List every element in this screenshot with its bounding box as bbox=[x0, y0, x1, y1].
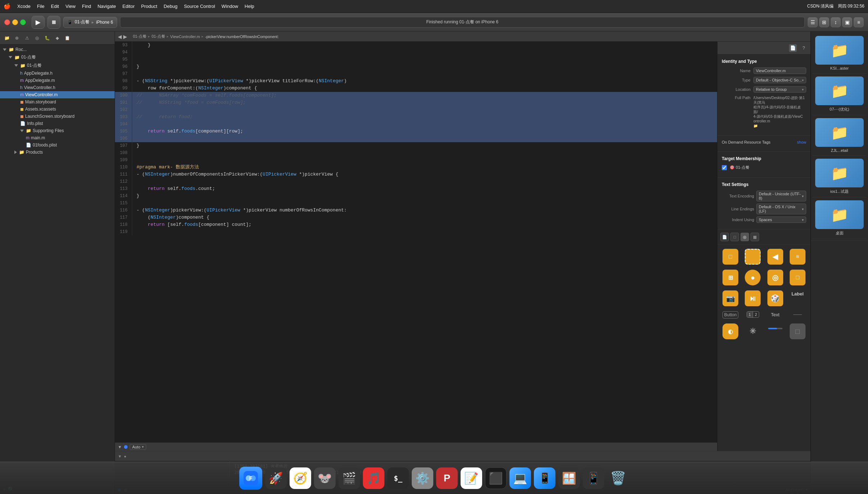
menu-source-control[interactable]: Source Control bbox=[184, 4, 215, 9]
navigator-toggle-button[interactable]: ☰ bbox=[808, 17, 818, 27]
right-folder-ios1[interactable]: 📁 ios1...试题 bbox=[812, 156, 867, 197]
nav-item-01-sub[interactable]: 📁 01-点餐 bbox=[0, 61, 115, 70]
dock-launchpad[interactable]: 🚀 bbox=[265, 467, 287, 489]
breadcrumb-part3[interactable]: ViewController.m bbox=[170, 34, 200, 39]
obj-item-grid[interactable]: ⊞ bbox=[720, 268, 740, 287]
obj-tab-circle[interactable]: ◎ bbox=[740, 233, 749, 241]
breadcrumb-part4[interactable]: -pickerView:numberOfRowsInComponent: bbox=[205, 34, 279, 39]
dock-notes[interactable]: 📝 bbox=[461, 467, 482, 489]
nav-item-products[interactable]: 📁 Products bbox=[0, 149, 115, 156]
dock-terminal[interactable]: $_ bbox=[387, 467, 409, 489]
obj-item-orange2[interactable] bbox=[743, 247, 763, 266]
text-encoding-value[interactable]: Default - Unicode (UTF-8) ▾ bbox=[756, 191, 806, 201]
nav-item-assets[interactable]: ◼ Assets.xcassets bbox=[0, 106, 115, 113]
inspector-tab-quick-help[interactable]: ? bbox=[800, 44, 808, 52]
indent-using-value[interactable]: Spaces ▾ bbox=[756, 216, 806, 223]
nav-item-appdelegate-m[interactable]: m AppDelegate.m bbox=[0, 77, 115, 84]
dock-prefs[interactable]: ⚙️ bbox=[412, 467, 433, 489]
split-editor-button[interactable]: ▣ bbox=[842, 17, 852, 27]
line-endings-value[interactable]: Default - OS X / Unix (LF) ▾ bbox=[756, 204, 806, 214]
nav-item-root[interactable]: 📁 Roc... bbox=[0, 46, 115, 53]
obj-item-back-button[interactable]: ◀ bbox=[765, 247, 785, 266]
maximize-button[interactable] bbox=[20, 19, 26, 25]
right-folder-07[interactable]: 📁 07-···(优化) bbox=[812, 74, 867, 115]
obj-item-list[interactable]: ≡ bbox=[788, 247, 808, 266]
obj-tab-square[interactable]: □ bbox=[730, 233, 739, 241]
dock-ios[interactable]: 📱 bbox=[583, 467, 604, 489]
nav-item-01-group[interactable]: 📁 01-点餐 bbox=[0, 53, 115, 61]
forward-button[interactable]: ▶ bbox=[123, 34, 127, 39]
nav-item-main-storyboard[interactable]: ◼ Main.storyboard bbox=[0, 98, 115, 106]
obj-item-button-text[interactable]: Button bbox=[720, 310, 740, 320]
close-button[interactable] bbox=[4, 19, 10, 25]
nav-item-supporting-files[interactable]: 📁 Supporting Files bbox=[0, 127, 115, 134]
obj-item-cube[interactable]: 🎲 bbox=[765, 289, 785, 308]
nav-item-launchscreen[interactable]: ◼ LaunchScreen.storyboard bbox=[0, 113, 115, 120]
stop-button[interactable] bbox=[47, 16, 60, 29]
code-area[interactable]: 93 } 94 95 96 } bbox=[115, 42, 717, 442]
obj-tab-file[interactable]: 📄 bbox=[720, 233, 729, 241]
obj-tab-grid[interactable]: ▦ bbox=[751, 233, 759, 241]
obj-item-orange1[interactable]: □ bbox=[720, 247, 740, 266]
obj-item-camera[interactable]: 📷 bbox=[720, 289, 740, 308]
dock-mouse[interactable]: 🐭 bbox=[314, 467, 336, 489]
dock-black1[interactable]: ⬛ bbox=[485, 467, 507, 489]
nav-item-appdelegate-h[interactable]: h AppDelegate.h bbox=[0, 70, 115, 77]
minimize-button[interactable] bbox=[12, 19, 18, 25]
scheme-selector[interactable]: 📱 01-点餐 ▸ iPhone 6 bbox=[63, 17, 117, 28]
obj-item-circle[interactable]: ● bbox=[743, 268, 763, 287]
location-value[interactable]: Relative to Group ▾ bbox=[753, 86, 806, 93]
dock-finder[interactable]: F bbox=[239, 467, 262, 490]
dock-video[interactable]: 🎬 bbox=[338, 467, 360, 489]
menu-product[interactable]: Product bbox=[141, 4, 157, 9]
obj-item-switch[interactable]: ◐ bbox=[720, 322, 740, 341]
on-demand-show-button[interactable]: show bbox=[797, 140, 806, 144]
obj-item-slider[interactable]: —— bbox=[788, 310, 808, 320]
breadcrumb-part2[interactable]: 01-点餐 bbox=[152, 34, 165, 39]
name-value[interactable]: ViewController.m bbox=[753, 67, 806, 74]
apple-logo-icon[interactable]: 🍎 bbox=[4, 3, 11, 10]
nav-item-viewcontroller-h[interactable]: h ViewController.h bbox=[0, 84, 115, 91]
obj-item-progress[interactable] bbox=[765, 322, 785, 341]
utilities-toggle-button[interactable]: ≡ bbox=[854, 17, 864, 27]
nav-test-icon[interactable]: ◎ bbox=[33, 34, 41, 42]
right-folder-desktop[interactable]: 📁 桌面 bbox=[812, 197, 867, 239]
menu-file[interactable]: File bbox=[37, 4, 45, 9]
obj-item-text-field[interactable]: Text bbox=[765, 310, 785, 320]
menu-navigate[interactable]: Navigate bbox=[97, 4, 116, 9]
nav-item-main-m[interactable]: m main.m bbox=[0, 134, 115, 141]
type-value[interactable]: Default - Objective-C So... ▾ bbox=[753, 77, 806, 83]
dock-xcode2[interactable]: 📱 bbox=[534, 467, 555, 489]
dock-music[interactable]: 🎵 bbox=[363, 467, 384, 489]
obj-item-label-text[interactable]: Label bbox=[788, 289, 808, 308]
dock-xcode1[interactable]: 💻 bbox=[509, 467, 531, 489]
inspector-tab-file[interactable]: 📄 bbox=[789, 44, 797, 52]
nav-item-viewcontroller-m[interactable]: m ViewController.m bbox=[0, 91, 115, 98]
auto-selector[interactable]: Auto ▾ bbox=[130, 444, 146, 450]
full-path-folder-icon[interactable]: 📁 bbox=[753, 124, 758, 128]
nav-debug-icon[interactable]: 🐛 bbox=[43, 34, 51, 42]
menu-help[interactable]: Help bbox=[245, 4, 254, 9]
obj-item-dark-box[interactable]: □ bbox=[788, 322, 808, 341]
dock-trash[interactable]: 🗑️ bbox=[607, 467, 629, 489]
editor-toggle-button[interactable]: ↕ bbox=[831, 17, 841, 27]
nav-git-icon[interactable]: ⊕ bbox=[13, 34, 21, 42]
dock-powerpoint[interactable]: P bbox=[436, 467, 458, 489]
right-folder-KSI[interactable]: 📁 KSI...aster bbox=[812, 33, 867, 74]
menu-debug[interactable]: Debug bbox=[164, 4, 177, 9]
right-folder-ZJL[interactable]: 📁 ZJL...etail bbox=[812, 115, 867, 156]
menu-xcode[interactable]: Xcode bbox=[17, 4, 31, 9]
menu-window[interactable]: Window bbox=[222, 4, 238, 9]
nav-report-icon[interactable]: 📋 bbox=[63, 34, 71, 42]
target-checkbox[interactable] bbox=[722, 165, 727, 170]
nav-folder-icon[interactable]: 📁 bbox=[3, 34, 11, 42]
menu-edit[interactable]: Edit bbox=[51, 4, 59, 9]
menu-editor[interactable]: Editor bbox=[123, 4, 135, 9]
back-button[interactable]: ◀ bbox=[118, 34, 122, 39]
obj-item-activity[interactable]: ✳ bbox=[743, 322, 763, 341]
nav-item-info-plist[interactable]: 📄 Info.plist bbox=[0, 120, 115, 127]
run-button[interactable]: ▶ bbox=[32, 16, 45, 29]
nav-item-01foods-plist[interactable]: 📄 01foods.plist bbox=[0, 141, 115, 149]
collapse-icon[interactable]: ▼ bbox=[118, 445, 122, 449]
obj-item-stepper[interactable]: 1 2 bbox=[743, 310, 763, 320]
